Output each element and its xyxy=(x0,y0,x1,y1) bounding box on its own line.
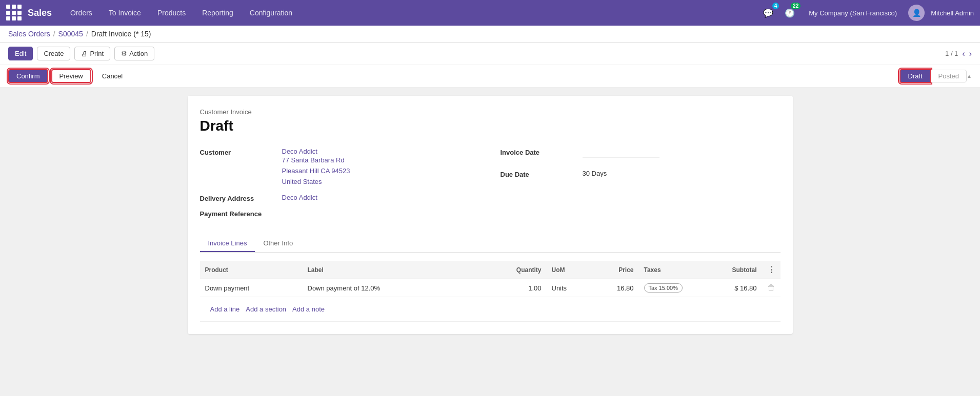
header-taxes: Taxes xyxy=(639,261,701,279)
page-info: 1 / 1 xyxy=(945,50,958,57)
due-date-field: Due Date 30 Days xyxy=(501,166,781,182)
nav-items: Orders To Invoice Products Reporting Con… xyxy=(62,0,761,26)
header-price: Price xyxy=(588,261,639,279)
printer-icon: 🖨 xyxy=(81,50,88,57)
add-links-cell: Add a line Add a section Add a note xyxy=(200,297,781,322)
action-button[interactable]: ⚙ Action xyxy=(114,47,154,60)
customer-address: 77 Santa Barbara Rd Pleasant Hill CA 945… xyxy=(282,155,350,187)
row-price[interactable]: 16.80 xyxy=(588,279,639,297)
nav-products[interactable]: Products xyxy=(149,0,194,26)
breadcrumb: Sales Orders / S00045 / Draft Invoice (*… xyxy=(0,26,980,43)
invoice-tabs: Invoice Lines Other Info xyxy=(200,235,781,253)
header-product: Product xyxy=(200,261,303,279)
breadcrumb-s00045[interactable]: S00045 xyxy=(58,30,83,38)
invoice-status: Draft xyxy=(200,118,781,134)
app-menu-icon[interactable] xyxy=(6,5,23,21)
row-quantity[interactable]: 1.00 xyxy=(506,279,547,297)
delivery-address-label: Delivery Address xyxy=(200,194,282,202)
next-page-button[interactable]: › xyxy=(969,49,972,58)
cancel-button[interactable]: Cancel xyxy=(94,70,130,82)
invoice-date-value[interactable] xyxy=(583,148,659,158)
invoice-date-field: Invoice Date xyxy=(501,144,781,161)
breadcrumb-current: Draft Invoice (* 15) xyxy=(91,30,151,38)
header-subtotal: Subtotal xyxy=(701,261,762,279)
invoice-type-label: Customer Invoice xyxy=(200,108,781,116)
tax-badge: Tax 15.00% xyxy=(644,283,683,293)
row-product[interactable]: Down payment xyxy=(200,279,303,297)
prev-page-button[interactable]: ‹ xyxy=(962,49,965,58)
header-uom: UoM xyxy=(547,261,588,279)
main-content: Customer Invoice Draft Customer Deco Add… xyxy=(0,88,980,381)
status-bar: Confirm Preview Cancel Draft Posted ▲ xyxy=(0,65,980,88)
due-date-label: Due Date xyxy=(501,170,583,178)
nav-right: 💬 4 🕐 22 My Company (San Francisco) 👤 Mi… xyxy=(761,5,974,21)
column-menu-icon[interactable]: ⋮ xyxy=(767,265,775,274)
add-links-row: Add a line Add a section Add a note xyxy=(200,297,781,322)
status-right: Draft Posted ▲ xyxy=(899,69,972,83)
header-actions: ⋮ xyxy=(762,261,781,279)
edit-button[interactable]: Edit xyxy=(8,47,33,60)
due-date-value[interactable]: 30 Days xyxy=(583,170,607,177)
chat-icon-wrap[interactable]: 💬 4 xyxy=(761,5,776,20)
scroll-indicator: ▲ xyxy=(967,73,972,79)
app-title[interactable]: Sales xyxy=(28,8,52,18)
delivery-address-value[interactable]: Deco Addict xyxy=(282,194,317,201)
row-subtotal: $ 16.80 xyxy=(701,279,762,297)
posted-status-button[interactable]: Posted xyxy=(931,70,967,82)
activity-icon-wrap[interactable]: 🕐 22 xyxy=(782,5,797,20)
top-navigation: Sales Orders To Invoice Products Reporti… xyxy=(0,0,980,26)
invoice-date-label: Invoice Date xyxy=(501,148,583,156)
tab-other-info[interactable]: Other Info xyxy=(255,235,301,252)
create-button[interactable]: Create xyxy=(37,47,70,60)
table-header-row: Product Label Quantity UoM Price Taxes S… xyxy=(200,261,781,279)
invoice-lines-table: Product Label Quantity UoM Price Taxes S… xyxy=(200,261,781,322)
payment-ref-field: Payment Reference xyxy=(200,206,480,223)
nav-to-invoice[interactable]: To Invoice xyxy=(101,0,149,26)
nav-orders[interactable]: Orders xyxy=(62,0,101,26)
invoice-form: Customer Deco Addict 77 Santa Barbara Rd… xyxy=(200,144,781,223)
add-section-link[interactable]: Add a section xyxy=(246,305,286,313)
customer-label: Customer xyxy=(200,148,282,156)
nav-configuration[interactable]: Configuration xyxy=(242,0,301,26)
tab-invoice-lines[interactable]: Invoice Lines xyxy=(200,235,255,252)
payment-ref-label: Payment Reference xyxy=(200,209,282,218)
customer-value: Deco Addict 77 Santa Barbara Rd Pleasant… xyxy=(282,148,350,187)
row-taxes[interactable]: Tax 15.00% xyxy=(639,279,701,297)
add-note-link[interactable]: Add a note xyxy=(292,305,325,313)
preview-button[interactable]: Preview xyxy=(51,69,91,83)
payment-ref-value[interactable] xyxy=(282,209,385,219)
confirm-button[interactable]: Confirm xyxy=(8,69,48,83)
table-row: Down payment Down payment of 12.0% 1.00 … xyxy=(200,279,781,297)
row-label[interactable]: Down payment of 12.0% xyxy=(303,279,506,297)
delete-icon[interactable]: 🗑 xyxy=(767,283,775,292)
form-right: Invoice Date Due Date 30 Days xyxy=(501,144,781,223)
invoice-card: Customer Invoice Draft Customer Deco Add… xyxy=(188,96,793,334)
add-line-link[interactable]: Add a line xyxy=(210,305,240,313)
nav-reporting[interactable]: Reporting xyxy=(194,0,242,26)
add-links: Add a line Add a section Add a note xyxy=(205,301,775,317)
gear-icon: ⚙ xyxy=(121,50,127,57)
customer-name[interactable]: Deco Addict xyxy=(282,148,350,155)
draft-status-button[interactable]: Draft xyxy=(899,69,930,83)
header-quantity: Quantity xyxy=(506,261,547,279)
chat-badge: 4 xyxy=(772,3,779,9)
breadcrumb-sales-orders[interactable]: Sales Orders xyxy=(8,30,50,38)
header-label: Label xyxy=(303,261,506,279)
company-name: My Company (San Francisco) xyxy=(809,9,897,17)
pagination: 1 / 1 ‹ › xyxy=(945,49,972,58)
form-left: Customer Deco Addict 77 Santa Barbara Rd… xyxy=(200,144,480,223)
row-uom[interactable]: Units xyxy=(547,279,588,297)
avatar[interactable]: 👤 xyxy=(908,5,925,21)
toolbar: Edit Create 🖨 Print ⚙ Action 1 / 1 ‹ › xyxy=(0,43,980,65)
print-button[interactable]: 🖨 Print xyxy=(74,47,110,60)
activity-badge: 22 xyxy=(791,3,801,9)
delivery-address-field: Delivery Address Deco Addict xyxy=(200,191,480,206)
customer-field: Customer Deco Addict 77 Santa Barbara Rd… xyxy=(200,144,480,191)
user-name: Mitchell Admin xyxy=(931,9,974,17)
row-delete[interactable]: 🗑 xyxy=(762,279,781,297)
